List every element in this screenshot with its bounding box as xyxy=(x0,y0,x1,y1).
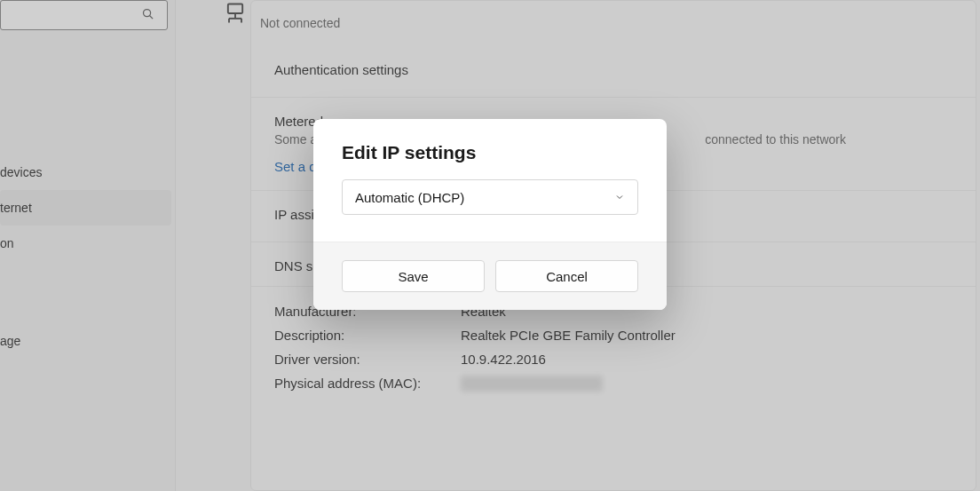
chevron-down-icon xyxy=(614,190,625,205)
modal-overlay: Edit IP settings Automatic (DHCP) Save C… xyxy=(0,0,980,491)
app-root: devices ternet on age Ethernet xyxy=(0,0,980,491)
dropdown-value: Automatic (DHCP) xyxy=(355,190,464,205)
ip-mode-dropdown[interactable]: Automatic (DHCP) xyxy=(342,179,638,215)
edit-ip-dialog: Edit IP settings Automatic (DHCP) Save C… xyxy=(313,119,667,310)
save-button[interactable]: Save xyxy=(342,260,485,292)
cancel-button[interactable]: Cancel xyxy=(495,260,638,292)
dialog-title: Edit IP settings xyxy=(342,142,638,163)
